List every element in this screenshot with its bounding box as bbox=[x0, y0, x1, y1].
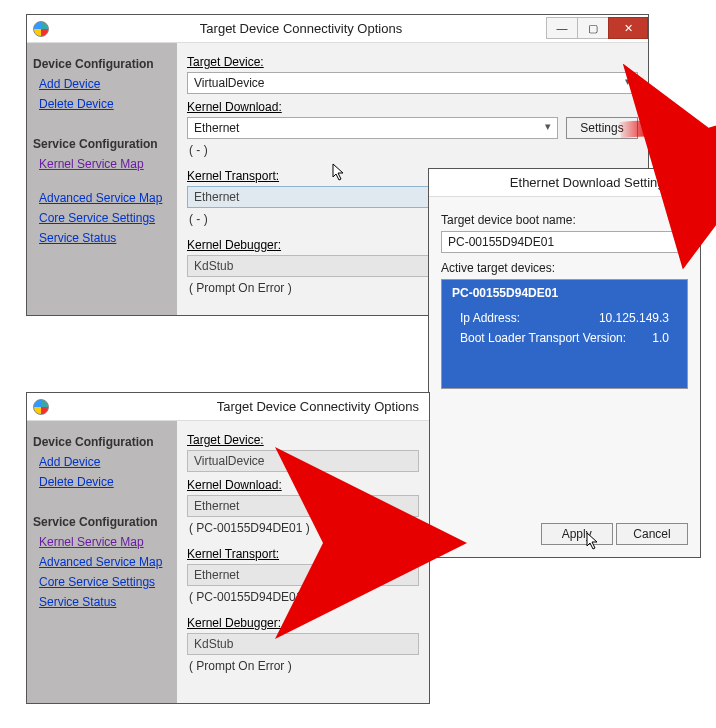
close-button[interactable]: ✕ bbox=[678, 171, 700, 193]
kernel-download-subtext: ( PC-00155D94DE01 ) bbox=[187, 517, 419, 541]
boot-name-dropdown[interactable]: PC-00155D94DE01 bbox=[441, 231, 688, 253]
kernel-download-dropdown[interactable]: Ethernet bbox=[187, 117, 558, 139]
device-list-item-selected[interactable]: PC-00155D94DE01 Ip Address: 10.125.149.3… bbox=[442, 280, 687, 388]
sidebar-heading-service: Service Configuration bbox=[31, 509, 173, 533]
cancel-button[interactable]: Cancel bbox=[616, 523, 688, 545]
window-title: Ethernet Download Settings bbox=[429, 175, 679, 190]
sidebar-kernel-service-map[interactable]: Kernel Service Map bbox=[31, 155, 173, 175]
sidebar-kernel-service-map[interactable]: Kernel Service Map bbox=[31, 533, 173, 553]
kernel-transport-value: Ethernet bbox=[194, 568, 239, 582]
kernel-download-value: Ethernet bbox=[194, 499, 239, 513]
kernel-debugger-label: Kernel Debugger: bbox=[187, 616, 281, 630]
sidebar-delete-device[interactable]: Delete Device bbox=[31, 95, 173, 115]
kernel-transport-label: Kernel Transport: bbox=[187, 169, 279, 183]
ip-address-label: Ip Address: bbox=[460, 311, 520, 325]
kernel-debugger-field[interactable]: KdStub bbox=[187, 633, 419, 655]
sidebar-advanced-service-map[interactable]: Advanced Service Map bbox=[31, 189, 173, 209]
sidebar-add-device[interactable]: Add Device bbox=[31, 75, 173, 95]
kernel-debugger-value: KdStub bbox=[194, 259, 233, 273]
minimize-button[interactable]: — bbox=[546, 17, 578, 39]
app-icon bbox=[33, 21, 49, 37]
kernel-transport-subtext: ( PC-00155D94DE01 ) bbox=[187, 586, 419, 610]
sidebar-heading-service: Service Configuration bbox=[31, 131, 173, 155]
kernel-download-field[interactable]: Ethernet bbox=[187, 495, 419, 517]
sidebar-advanced-service-map[interactable]: Advanced Service Map bbox=[31, 553, 173, 573]
kernel-transport-value: Ethernet bbox=[194, 190, 239, 204]
sidebar: Device Configuration Add Device Delete D… bbox=[27, 43, 177, 315]
target-device-label: Target Device: bbox=[187, 433, 264, 447]
sidebar-service-status[interactable]: Service Status bbox=[31, 229, 173, 249]
cursor-icon bbox=[586, 532, 600, 550]
target-device-value: VirtualDevice bbox=[194, 454, 264, 468]
active-devices-list[interactable]: PC-00155D94DE01 Ip Address: 10.125.149.3… bbox=[441, 279, 688, 389]
app-icon bbox=[33, 399, 49, 415]
close-button[interactable]: ✕ bbox=[608, 17, 648, 39]
target-device-value: VirtualDevice bbox=[194, 76, 264, 90]
content-pane: Target Device: VirtualDevice Kernel Down… bbox=[177, 421, 429, 703]
settings-button[interactable]: Settings bbox=[566, 117, 638, 139]
window-title: Target Device Connectivity Options bbox=[55, 21, 547, 36]
titlebar[interactable]: Target Device Connectivity Options bbox=[27, 393, 429, 421]
sidebar-service-status[interactable]: Service Status bbox=[31, 593, 173, 613]
sidebar-core-service-settings[interactable]: Core Service Settings bbox=[31, 209, 173, 229]
sidebar-heading-device: Device Configuration bbox=[31, 51, 173, 75]
connectivity-options-window-after: Target Device Connectivity Options Devic… bbox=[26, 392, 430, 704]
target-device-field[interactable]: VirtualDevice bbox=[187, 450, 419, 472]
target-device-label: Target Device: bbox=[187, 55, 264, 69]
ethernet-download-settings-window: Ethernet Download Settings ✕ Target devi… bbox=[428, 168, 701, 558]
maximize-button[interactable]: ▢ bbox=[577, 17, 609, 39]
sidebar: Device Configuration Add Device Delete D… bbox=[27, 421, 177, 703]
titlebar[interactable]: Target Device Connectivity Options — ▢ ✕ bbox=[27, 15, 648, 43]
window-title: Target Device Connectivity Options bbox=[55, 399, 429, 414]
kernel-download-label: Kernel Download: bbox=[187, 478, 282, 492]
ip-address-value: 10.125.149.3 bbox=[599, 311, 669, 325]
target-device-dropdown[interactable]: VirtualDevice bbox=[187, 72, 638, 94]
cursor-icon bbox=[332, 163, 346, 181]
sidebar-delete-device[interactable]: Delete Device bbox=[31, 473, 173, 493]
kernel-debugger-value: KdStub bbox=[194, 637, 233, 651]
sidebar-add-device[interactable]: Add Device bbox=[31, 453, 173, 473]
apply-button[interactable]: Apply bbox=[541, 523, 613, 545]
sidebar-heading-device: Device Configuration bbox=[31, 429, 173, 453]
kernel-transport-label: Kernel Transport: bbox=[187, 547, 279, 561]
titlebar[interactable]: Ethernet Download Settings ✕ bbox=[429, 169, 700, 197]
boot-name-value: PC-00155D94DE01 bbox=[448, 235, 554, 249]
boot-loader-version-label: Boot Loader Transport Version: bbox=[460, 331, 626, 345]
kernel-transport-field[interactable]: Ethernet bbox=[187, 564, 419, 586]
device-name: PC-00155D94DE01 bbox=[452, 286, 677, 300]
kernel-download-value: Ethernet bbox=[194, 121, 239, 135]
kernel-debugger-subtext: ( Prompt On Error ) bbox=[187, 655, 419, 679]
active-devices-label: Active target devices: bbox=[441, 261, 688, 275]
boot-name-label: Target device boot name: bbox=[441, 213, 688, 227]
boot-loader-version-value: 1.0 bbox=[652, 331, 669, 345]
kernel-download-subtext: ( - ) bbox=[187, 139, 638, 163]
kernel-download-label: Kernel Download: bbox=[187, 100, 282, 114]
kernel-debugger-label: Kernel Debugger: bbox=[187, 238, 281, 252]
sidebar-core-service-settings[interactable]: Core Service Settings bbox=[31, 573, 173, 593]
